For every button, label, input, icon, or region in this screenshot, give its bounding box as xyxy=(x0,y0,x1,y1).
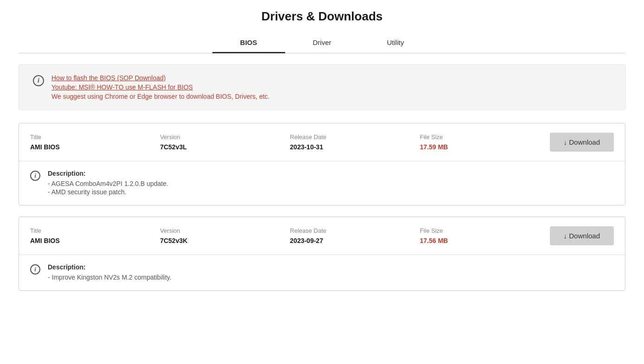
title-label-1: Title xyxy=(30,134,160,140)
title-label-2: Title xyxy=(30,227,160,234)
download-button-2[interactable]: ↓ Download xyxy=(550,226,614,245)
title-value-2: AMI BIOS xyxy=(30,237,160,244)
page-title: Drivers & Downloads xyxy=(19,9,625,24)
version-label-2: Version xyxy=(160,227,290,234)
desc-line-1-0: - AGESA ComboAm4v2PI 1.2.0.B update. xyxy=(48,180,168,187)
bios-entry-1-header: Title AMI BIOS Version 7C52v3L Release D… xyxy=(19,123,625,161)
desc-line-2-0: - Improve Kingston NV2s M.2 compatibilit… xyxy=(48,274,172,281)
release-value-2: 2023-09-27 xyxy=(290,237,420,244)
version-value-2: 7C52v3K xyxy=(160,237,290,244)
info-icon: i xyxy=(33,75,44,86)
release-value-1: 2023-10-31 xyxy=(290,143,420,151)
version-value-1: 7C52v3L xyxy=(160,143,290,151)
desc-title-2: Description: xyxy=(48,263,172,271)
bios-entry-2-header: Title AMI BIOS Version 7C52v3K Release D… xyxy=(19,217,625,255)
mflash-link[interactable]: Youtube: MSI® HOW-TO use M-FLASH for BIO… xyxy=(51,83,270,91)
info-box: i How to flash the BIOS (SOP Download) Y… xyxy=(19,64,625,110)
desc-content-2: Description: - Improve Kingston NV2s M.2… xyxy=(48,263,172,282)
desc-title-1: Description: xyxy=(48,170,168,177)
tab-bios[interactable]: BIOS xyxy=(212,33,285,53)
info-content: How to flash the BIOS (SOP Download) You… xyxy=(51,74,270,100)
size-value-2: 17.56 MB xyxy=(420,237,549,244)
field-group-version-2: Version 7C52v3K xyxy=(160,227,290,244)
desc-icon-1: i xyxy=(30,171,40,181)
size-label-1: File Size xyxy=(420,134,549,140)
bios-entry-1-fields: Title AMI BIOS Version 7C52v3L Release D… xyxy=(30,134,550,151)
desc-content-1: Description: - AGESA ComboAm4v2PI 1.2.0.… xyxy=(48,170,168,197)
bios-entry-2-description: i Description: - Improve Kingston NV2s M… xyxy=(19,255,625,290)
bios-entry-1: Title AMI BIOS Version 7C52v3L Release D… xyxy=(19,123,625,205)
title-value-1: AMI BIOS xyxy=(30,143,160,151)
field-group-size-2: File Size 17.56 MB xyxy=(420,227,549,244)
tabs-bar: BIOS Driver Utility xyxy=(19,33,625,53)
bios-entry-2: Title AMI BIOS Version 7C52v3K Release D… xyxy=(19,217,625,291)
size-value-1: 17.59 MB xyxy=(420,143,549,151)
release-label-2: Release Date xyxy=(290,227,420,234)
desc-line-1-1: - AMD security issue patch. xyxy=(48,188,168,196)
field-group-size-1: File Size 17.59 MB xyxy=(420,134,549,151)
field-group-version-1: Version 7C52v3L xyxy=(160,134,290,151)
field-group-release-1: Release Date 2023-10-31 xyxy=(290,134,420,151)
desc-icon-2: i xyxy=(30,264,40,275)
field-group-release-2: Release Date 2023-09-27 xyxy=(290,227,420,244)
field-group-title-1: Title AMI BIOS xyxy=(30,134,160,151)
bios-sop-link[interactable]: How to flash the BIOS (SOP Download) xyxy=(51,74,270,82)
size-label-2: File Size xyxy=(420,227,549,234)
version-label-1: Version xyxy=(160,134,290,140)
release-label-1: Release Date xyxy=(290,134,420,140)
download-button-1[interactable]: ↓ Download xyxy=(550,133,614,152)
tab-driver[interactable]: Driver xyxy=(285,33,359,53)
browser-note: We suggest using Chrome or Edge browser … xyxy=(51,93,270,100)
tab-utility[interactable]: Utility xyxy=(359,33,432,53)
field-group-title-2: Title AMI BIOS xyxy=(30,227,160,244)
bios-entry-1-description: i Description: - AGESA ComboAm4v2PI 1.2.… xyxy=(19,161,625,205)
bios-entry-2-fields: Title AMI BIOS Version 7C52v3K Release D… xyxy=(30,227,550,244)
